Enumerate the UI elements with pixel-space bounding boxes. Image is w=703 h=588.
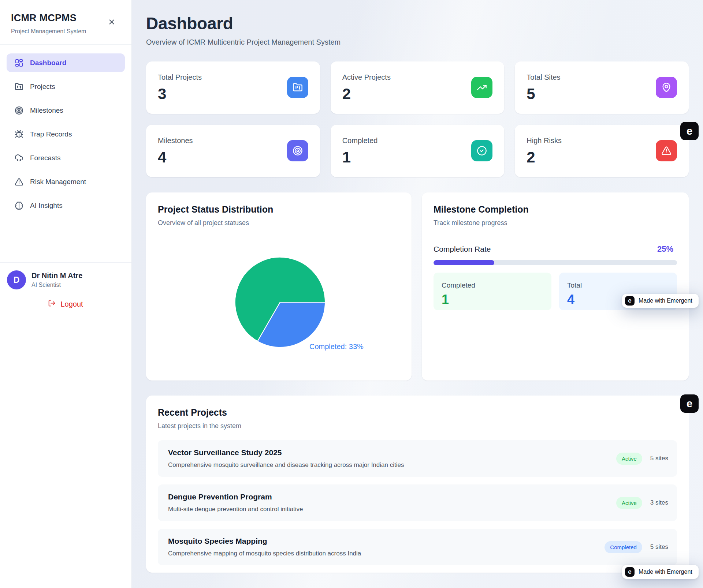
layout-dashboard-icon <box>15 59 23 67</box>
sidebar-header: ICMR MCPMS Project Management System <box>0 0 131 45</box>
status-badge: Active <box>616 453 642 465</box>
project-name: Vector Surveillance Study 2025 <box>168 448 404 457</box>
sidebar-item-risk-management[interactable]: Risk Management <box>7 172 125 191</box>
map-pin-icon <box>656 77 677 98</box>
status-badge: Completed <box>605 541 642 553</box>
sites-count: 5 sites <box>650 543 668 551</box>
emergent-logo: e <box>687 125 693 137</box>
completion-progress-fill <box>434 260 494 265</box>
brand-subtitle: Project Management System <box>11 28 120 35</box>
status-badge: Active <box>616 497 642 509</box>
panel-title: Milestone Completion <box>434 204 677 215</box>
sidebar-user-section: D Dr Nitin M Atre AI Scientist Logout <box>0 262 131 309</box>
completion-rate-value: 25% <box>657 244 673 254</box>
completion-progress-bar <box>434 260 677 265</box>
page-title: Dashboard <box>146 15 689 32</box>
made-with-emergent-label: Made with Emergent <box>639 569 692 575</box>
sidebar-item-dashboard[interactable]: Dashboard <box>7 53 125 72</box>
emergent-logo: e <box>625 567 635 577</box>
sites-count: 5 sites <box>650 455 668 462</box>
stat-card-active-projects: Active Projects 2 <box>331 61 505 114</box>
user-role: AI Scientist <box>31 282 82 288</box>
sidebar-item-label: Projects <box>30 83 55 91</box>
sidebar-item-forecasts[interactable]: Forecasts <box>7 149 125 167</box>
stats-grid: Total Projects 3 Active Projects 2 Total… <box>146 61 689 177</box>
triangle-alert-icon <box>656 140 677 161</box>
charts-row: Project Status Distribution Overview of … <box>146 192 689 381</box>
milestone-completed-label: Completed <box>442 281 543 289</box>
sites-count: 3 sites <box>650 499 668 506</box>
milestone-total-label: Total <box>567 281 669 289</box>
project-description: Multi-site dengue prevention and control… <box>168 506 303 513</box>
project-name: Dengue Prevention Program <box>168 493 303 501</box>
panel-title: Recent Projects <box>158 407 677 418</box>
sidebar-item-label: Risk Management <box>30 178 86 186</box>
stat-card-total-projects: Total Projects 3 <box>146 61 320 114</box>
stat-label: Total Projects <box>158 73 308 82</box>
user-name: Dr Nitin M Atre <box>31 271 82 280</box>
sidebar-item-label: AI Insights <box>30 202 63 210</box>
panel-subtitle: Overview of all project statuses <box>158 219 400 227</box>
status-pie-chart <box>234 256 326 348</box>
project-row-mosquito-mapping[interactable]: Mosquito Species Mapping Comprehensive m… <box>158 529 677 565</box>
brain-icon <box>15 201 23 210</box>
emergent-logo: e <box>625 296 635 306</box>
stat-card-total-sites: Total Sites 5 <box>515 61 689 114</box>
emergent-logo-badge-bottom[interactable]: e <box>680 394 699 413</box>
sidebar-item-milestones[interactable]: Milestones <box>7 101 125 120</box>
made-with-emergent-pill-bottom[interactable]: e Made with Emergent <box>622 565 699 579</box>
pie-slice-label: Completed: 33% <box>309 342 364 351</box>
cloud-rain-icon <box>15 154 23 162</box>
stat-label: High Risks <box>527 136 677 145</box>
stat-value: 5 <box>527 85 677 103</box>
project-name: Mosquito Species Mapping <box>168 537 361 546</box>
target-icon <box>287 140 308 161</box>
logout-icon <box>48 299 56 309</box>
stat-card-milestones: Milestones 4 <box>146 125 320 177</box>
sidebar-nav: Dashboard Projects Milestones Trap Recor… <box>0 45 131 215</box>
stat-card-high-risks: High Risks 2 <box>515 125 689 177</box>
project-description: Comprehensive mapping of mosquito specie… <box>168 550 361 557</box>
sidebar-item-label: Forecasts <box>30 154 60 162</box>
stat-label: Total Sites <box>527 73 677 82</box>
project-row-dengue-prevention[interactable]: Dengue Prevention Program Multi-site den… <box>158 484 677 521</box>
sidebar: ICMR MCPMS Project Management System Das… <box>0 0 132 588</box>
project-description: Comprehensive mosquito surveillance and … <box>168 461 404 469</box>
sidebar-close-button[interactable] <box>105 16 118 29</box>
panel-title: Project Status Distribution <box>158 204 400 215</box>
sidebar-item-label: Milestones <box>30 106 63 115</box>
logout-button[interactable]: Logout <box>7 299 124 309</box>
made-with-emergent-pill-top[interactable]: e Made with Emergent <box>622 294 699 308</box>
brand-title: ICMR MCPMS <box>11 12 120 24</box>
stat-value: 4 <box>158 149 308 166</box>
sidebar-item-trap-records[interactable]: Trap Records <box>7 125 125 143</box>
app-root: ICMR MCPMS Project Management System Das… <box>0 0 703 588</box>
user-row: D Dr Nitin M Atre AI Scientist <box>7 270 124 289</box>
milestone-completed-box: Completed 1 <box>434 273 551 310</box>
trending-up-icon <box>471 77 492 98</box>
emergent-logo: e <box>687 397 693 410</box>
stat-label: Active Projects <box>342 73 493 82</box>
bug-icon <box>15 130 23 139</box>
panel-subtitle: Latest projects in the system <box>158 422 677 430</box>
project-list: Vector Surveillance Study 2025 Comprehen… <box>158 440 677 565</box>
milestone-completed-value: 1 <box>442 292 543 307</box>
recent-projects-panel: Recent Projects Latest projects in the s… <box>146 396 689 573</box>
panel-subtitle: Track milestone progress <box>434 219 677 227</box>
stat-card-completed: Completed 1 <box>331 125 505 177</box>
close-icon <box>108 18 116 27</box>
completion-rate-label: Completion Rate <box>434 245 491 254</box>
circle-check-icon <box>471 140 492 161</box>
stat-label: Completed <box>342 136 493 145</box>
project-row-vector-surveillance[interactable]: Vector Surveillance Study 2025 Comprehen… <box>158 440 677 477</box>
emergent-logo-badge-top[interactable]: e <box>680 122 699 140</box>
folder-kanban-icon <box>287 77 308 98</box>
sidebar-item-ai-insights[interactable]: AI Insights <box>7 196 125 215</box>
project-status-panel: Project Status Distribution Overview of … <box>146 192 412 381</box>
avatar: D <box>7 270 26 289</box>
sidebar-item-projects[interactable]: Projects <box>7 77 125 96</box>
sidebar-item-label: Dashboard <box>30 59 66 67</box>
completion-rate-row: Completion Rate 25% <box>434 244 677 254</box>
stat-value: 3 <box>158 85 308 103</box>
main-content: Dashboard Overview of ICMR Multicentric … <box>132 0 703 588</box>
